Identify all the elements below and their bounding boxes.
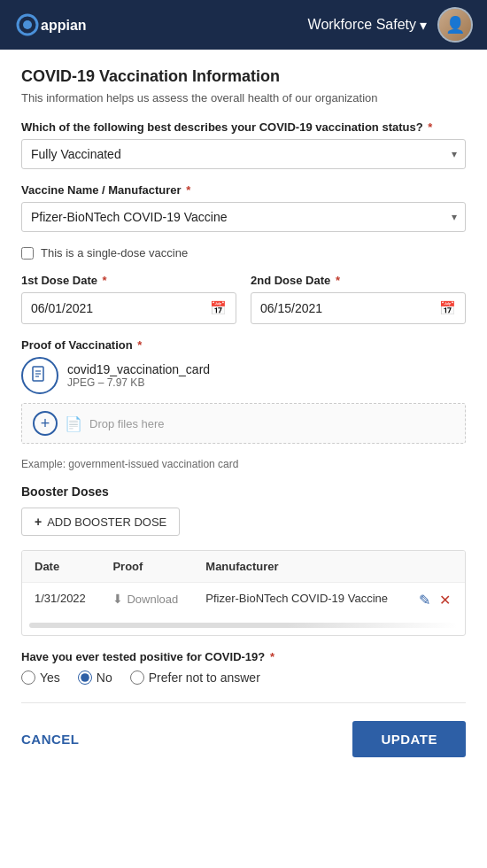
second-dose-input[interactable]	[251, 294, 430, 322]
booster-table-header-row: Date Proof Manufacturer	[22, 551, 465, 583]
booster-table: Date Proof Manufacturer 1/31/2022 ⬇ Down…	[22, 551, 465, 617]
download-link[interactable]: ⬇ Download	[112, 592, 181, 606]
first-dose-calendar-icon[interactable]: 📅	[201, 293, 236, 323]
date-row: 1st Dose Date * 📅 2nd Dose Date * 📅	[21, 274, 466, 324]
second-dose-group: 2nd Dose Date * 📅	[251, 274, 466, 324]
proof-section: Proof of Vaccination * covid19_vaccinati…	[21, 338, 466, 444]
radio-yes-input[interactable]	[21, 670, 35, 685]
required-indicator: *	[425, 120, 433, 134]
page-title: COVID-19 Vaccination Information	[21, 67, 466, 86]
booster-label: Booster Doses	[21, 484, 466, 499]
svg-text:appian: appian	[41, 18, 87, 33]
action-icons: ✎ ✕	[419, 592, 452, 608]
upload-area[interactable]: + 📄 Drop files here	[21, 403, 466, 444]
first-dose-input-wrapper: 📅	[21, 292, 236, 324]
col-date: Date	[22, 551, 100, 583]
app-name-label: Workforce Safety	[308, 17, 416, 33]
add-file-button[interactable]: +	[33, 411, 58, 436]
document-icon	[31, 366, 49, 385]
first-dose-input[interactable]	[22, 294, 201, 322]
covid-test-label: Have you ever tested positive for COVID-…	[21, 650, 466, 663]
booster-date: 1/31/2022	[22, 583, 100, 618]
booster-manufacturer: Pfizer-BioNTech COVID-19 Vaccine	[193, 583, 406, 618]
add-booster-label: ADD BOOSTER DOSE	[47, 515, 166, 529]
booster-section: Booster Doses + ADD BOOSTER DOSE Date Pr…	[21, 484, 466, 636]
single-dose-row: This is a single-dose vaccine	[21, 246, 466, 260]
edit-icon[interactable]: ✎	[419, 592, 430, 608]
col-manufacturer: Manufacturer	[193, 551, 406, 583]
avatar[interactable]: 👤	[437, 7, 473, 43]
file-icon	[21, 357, 58, 394]
avatar-image: 👤	[439, 9, 471, 41]
appian-logo: appian	[14, 12, 94, 38]
file-drop-icon: 📄	[65, 415, 82, 432]
radio-no-label: No	[97, 670, 112, 685]
vaccination-status-select-wrapper: Fully Vaccinated Partially Vaccinated No…	[21, 139, 466, 169]
radio-yes-label: Yes	[40, 670, 60, 685]
download-label: Download	[127, 593, 178, 606]
booster-actions: ✎ ✕	[406, 583, 465, 618]
delete-icon[interactable]: ✕	[439, 592, 451, 608]
proof-label: Proof of Vaccination *	[21, 338, 466, 352]
app-name-chevron: ▾	[420, 17, 427, 34]
footer-divider	[21, 702, 466, 703]
col-actions	[406, 551, 465, 583]
covid-test-section: Have you ever tested positive for COVID-…	[21, 650, 466, 685]
single-dose-label[interactable]: This is a single-dose vaccine	[41, 246, 188, 260]
vaccine-name-select[interactable]: Pfizer-BioNTech COVID-19 Vaccine Moderna…	[21, 202, 466, 232]
first-dose-group: 1st Dose Date * 📅	[21, 274, 236, 324]
file-item: covid19_vaccination_card JPEG – 7.97 KB	[21, 357, 466, 394]
col-proof: Proof	[100, 551, 193, 583]
booster-proof: ⬇ Download	[100, 583, 193, 618]
radio-yes[interactable]: Yes	[21, 670, 60, 685]
first-dose-label: 1st Dose Date *	[21, 274, 236, 287]
radio-prefer-not[interactable]: Prefer not to answer	[130, 670, 260, 685]
covid-test-radio-group: Yes No Prefer not to answer	[21, 670, 466, 685]
app-header: appian Workforce Safety ▾ 👤	[0, 0, 487, 50]
drop-text: Drop files here	[89, 417, 165, 430]
radio-no[interactable]: No	[78, 670, 112, 685]
download-icon: ⬇	[112, 592, 123, 606]
svg-point-2	[23, 20, 32, 29]
file-name: covid19_vaccination_card	[67, 362, 210, 376]
booster-table-wrapper: Date Proof Manufacturer 1/31/2022 ⬇ Down…	[21, 550, 466, 636]
header-right: Workforce Safety ▾ 👤	[308, 7, 473, 43]
file-info: covid19_vaccination_card JPEG – 7.97 KB	[67, 362, 210, 389]
second-dose-label: 2nd Dose Date *	[251, 274, 466, 287]
page-description: This information helps us assess the ove…	[21, 91, 466, 105]
radio-prefer-not-input[interactable]	[130, 670, 144, 685]
proof-example: Example: government-issued vaccination c…	[21, 458, 466, 470]
vaccination-status-label: Which of the following best describes yo…	[21, 120, 466, 134]
radio-no-input[interactable]	[78, 670, 92, 685]
vaccine-name-label: Vaccine Name / Manufacturer *	[21, 183, 466, 197]
logo-area: appian	[14, 12, 94, 38]
main-content: COVID-19 Vaccination Information This in…	[0, 50, 487, 868]
radio-prefer-not-label: Prefer not to answer	[149, 670, 260, 685]
footer-bar: CANCEL UPDATE	[21, 721, 466, 757]
add-booster-button[interactable]: + ADD BOOSTER DOSE	[21, 508, 180, 536]
table-row: 1/31/2022 ⬇ Download Pfizer-BioNTech COV…	[22, 583, 465, 618]
vaccination-status-field: Which of the following best describes yo…	[21, 120, 466, 169]
required-indicator-2: *	[183, 183, 191, 197]
vaccine-name-select-wrapper: Pfizer-BioNTech COVID-19 Vaccine Moderna…	[21, 202, 466, 232]
app-name-dropdown[interactable]: Workforce Safety ▾	[308, 17, 427, 34]
vaccine-name-field: Vaccine Name / Manufacturer * Pfizer-Bio…	[21, 183, 466, 232]
table-scrollbar	[29, 623, 458, 628]
cancel-button[interactable]: CANCEL	[21, 723, 80, 756]
second-dose-calendar-icon[interactable]: 📅	[430, 293, 465, 323]
second-dose-input-wrapper: 📅	[251, 292, 466, 324]
file-meta: JPEG – 7.97 KB	[67, 376, 210, 389]
vaccination-status-select[interactable]: Fully Vaccinated Partially Vaccinated No…	[21, 139, 466, 169]
add-booster-plus: +	[35, 515, 42, 529]
single-dose-checkbox[interactable]	[21, 247, 34, 260]
update-button[interactable]: UPDATE	[352, 721, 466, 757]
